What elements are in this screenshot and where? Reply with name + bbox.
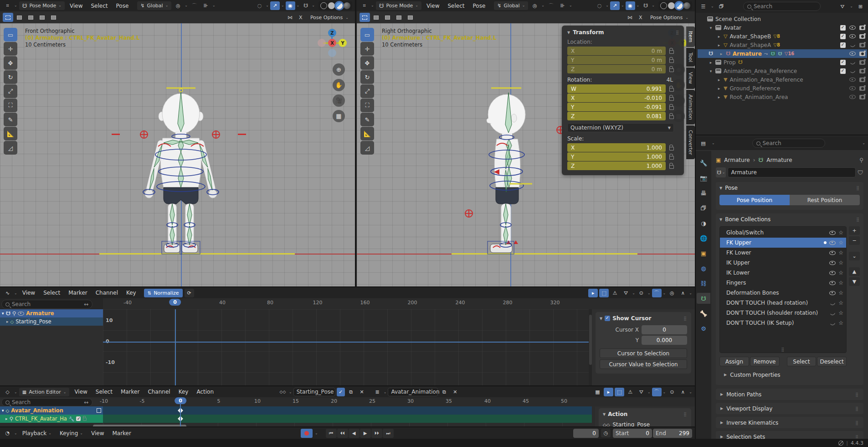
tool-extra[interactable]: ◿ (4, 141, 17, 155)
outliner-row[interactable]: ▸▽Avatar_ShapeA▽8 (698, 41, 867, 49)
bone-collection-row[interactable]: Fingers☆ (720, 278, 846, 288)
snap-target-dropdown[interactable]: ⊪ (558, 1, 567, 10)
hide-viewport-eye-icon[interactable] (849, 34, 856, 38)
tool-extra[interactable]: ◿ (360, 141, 374, 155)
bone-collection-visibility-icon[interactable] (829, 301, 836, 305)
action-item-row[interactable]: ◇◇Starting_Pose (603, 421, 687, 426)
modifier-wrench-icon[interactable]: 🔧 (69, 416, 74, 421)
end-frame-field[interactable]: End299 (653, 429, 692, 438)
graph-menu-channel[interactable]: Channel (92, 289, 121, 297)
disable-render-camera-icon[interactable] (859, 86, 865, 91)
panel-viewport-display[interactable]: ▶Viewport Display⣿ (716, 403, 863, 414)
cursor-x-field[interactable]: 0 (642, 325, 687, 334)
bone-collection-visibility-icon[interactable] (829, 241, 836, 245)
transform-panel-header[interactable]: ▼Transform⣿ (567, 29, 679, 36)
rotation-field-w[interactable]: W0.991 (567, 84, 666, 93)
tab-object-data[interactable]: ☋ (697, 293, 710, 304)
bone-collections-deselect-button[interactable]: Deselect (817, 357, 847, 366)
only-selected-toggle[interactable]: ▸ (604, 388, 613, 396)
dope-menu-key[interactable]: Key (175, 388, 192, 396)
hide-viewport-eye-icon[interactable] (849, 26, 856, 30)
lock-icon[interactable] (669, 88, 674, 92)
zoom-button[interactable]: ⊕ (333, 63, 345, 76)
editor-type-icon[interactable]: ⌗ (360, 1, 369, 10)
gizmo-z[interactable]: Z (328, 29, 336, 37)
bone-collection-visibility-icon[interactable] (829, 271, 836, 275)
next-keyframe-button[interactable]: ⏵⏵ (371, 429, 382, 438)
bone-collection-row[interactable]: FK Lower☆ (720, 248, 846, 258)
expand-icon[interactable]: ▸ (5, 416, 8, 421)
pin-icon[interactable]: ⚲ (859, 157, 863, 163)
panel-selection-sets[interactable]: ▶Selection Sets⣿ (716, 431, 863, 439)
channel-avatar-animation[interactable]: ▾◇Avatar_Animation (0, 406, 103, 415)
graph-search-input[interactable]: Search↔ (1, 300, 92, 309)
normalize-toggle[interactable]: ⇅Normalize (144, 289, 183, 297)
cursor-to-selection-button[interactable]: Cursor to Selection (600, 348, 687, 358)
outliner-row[interactable]: ▾Avatar (698, 23, 867, 32)
proportional-edit-toggle[interactable]: ◎ (667, 289, 677, 297)
auto-keyframe-record-button[interactable] (301, 429, 313, 438)
expand-icon[interactable]: ▾ (2, 311, 4, 316)
solo-box-icon[interactable] (97, 408, 101, 413)
hide-viewport-eye-icon[interactable] (849, 69, 856, 73)
panel-motion-paths[interactable]: ▶Motion Paths⣿ (716, 389, 863, 400)
sidebar-tab-tool[interactable]: Tool (686, 48, 695, 67)
lock-icon[interactable] (669, 68, 674, 72)
expand-icon[interactable]: ▸ (6, 319, 9, 324)
expand-arrow-icon[interactable]: ▸ (717, 86, 721, 91)
tool-tweak[interactable]: ▭ (360, 28, 374, 42)
tool-scale[interactable]: ⤢ (360, 84, 374, 98)
sidebar-tab-converter[interactable]: Converter (686, 125, 695, 160)
bone-collection-row[interactable]: Global/Switch☆ (720, 228, 846, 238)
timeline-menu-keying[interactable]: Keying⌄ (56, 429, 86, 437)
sidebar-tab-item[interactable]: Item (686, 26, 695, 47)
bone-collections-header[interactable]: ▼Bone Collections⣿ (719, 216, 860, 223)
pivot-icon[interactable]: ⊙ (667, 388, 677, 396)
tool-measure[interactable]: 📐 (360, 127, 374, 140)
outliner-row[interactable]: ▾Animation_Area_Reference (698, 67, 867, 75)
solo-star-icon[interactable]: ☆ (838, 239, 843, 246)
visibility-checkbox[interactable] (840, 42, 846, 48)
lock-icon[interactable] (669, 165, 674, 169)
solo-star-icon[interactable]: ☆ (838, 320, 843, 326)
bone-collection-visibility-icon[interactable] (829, 321, 836, 325)
orientation-dropdown[interactable]: ↯Global⌄ (137, 1, 171, 10)
expand-arrow-icon[interactable]: ▸ (719, 52, 724, 56)
xray-toggle[interactable]: ◉ (286, 1, 295, 10)
material-shading[interactable] (336, 2, 343, 9)
unlink-stash-button[interactable]: ✕ (450, 388, 460, 396)
tool-move[interactable]: ✥ (4, 56, 17, 70)
graph-ruler[interactable]: -4040801201602002402803200 (103, 298, 695, 309)
dope-ruler[interactable]: -10-551015202530354045500 (103, 397, 695, 406)
lock-icon[interactable] (669, 156, 674, 160)
hide-viewport-eye-icon[interactable] (849, 78, 856, 82)
pivot-caret[interactable]: ⌄ (541, 4, 544, 7)
channel-armature[interactable]: ▾☋⚲Armature (0, 309, 103, 317)
wireframe-shading[interactable] (660, 2, 667, 9)
duplicate-action-button[interactable]: ⧉ (346, 388, 356, 396)
expand-arrow-icon[interactable]: ▸ (717, 34, 721, 39)
tab-world[interactable]: 🌐 (697, 233, 710, 244)
dope-menu-action[interactable]: Action (193, 388, 217, 396)
viewport-front-canvas[interactable]: Front Orthographic(0) Armature : CTRL_FK… (0, 23, 355, 286)
disable-render-camera-icon[interactable] (859, 26, 865, 30)
duplicate-stash-button[interactable]: ⧉ (439, 388, 449, 396)
show-cursor-header[interactable]: ▼Show Cursor⣿ (600, 315, 687, 322)
disable-render-camera-icon[interactable] (859, 43, 865, 47)
outliner-search-input[interactable]: Search (743, 2, 821, 11)
fake-user-toggle[interactable]: ✓ (337, 388, 345, 396)
properties-search-input[interactable]: Search (752, 139, 825, 148)
gizmo-x[interactable]: X (328, 39, 336, 47)
channel-lock-icon[interactable] (83, 418, 87, 421)
timeline-editor-icon[interactable]: ◔ (3, 429, 12, 437)
editor-type-icon[interactable]: ⌗ (3, 1, 12, 10)
snap-toggle[interactable]: ⌒ (652, 289, 662, 297)
outliner-display-mode-dropdown[interactable]: ☰ (699, 2, 708, 11)
expand-arrow-icon[interactable]: ▾ (709, 69, 713, 73)
graph-playhead[interactable] (175, 309, 176, 385)
pan-button[interactable]: ✋ (333, 79, 345, 91)
tool-annotate[interactable]: ✎ (4, 113, 17, 126)
panel-grip-icon[interactable]: ⣿ (855, 421, 859, 425)
bone-collection-row[interactable]: DON'T TOUCH (head rotation)☆ (720, 298, 846, 308)
sidebar-tab-animation[interactable]: Animation (686, 90, 695, 125)
